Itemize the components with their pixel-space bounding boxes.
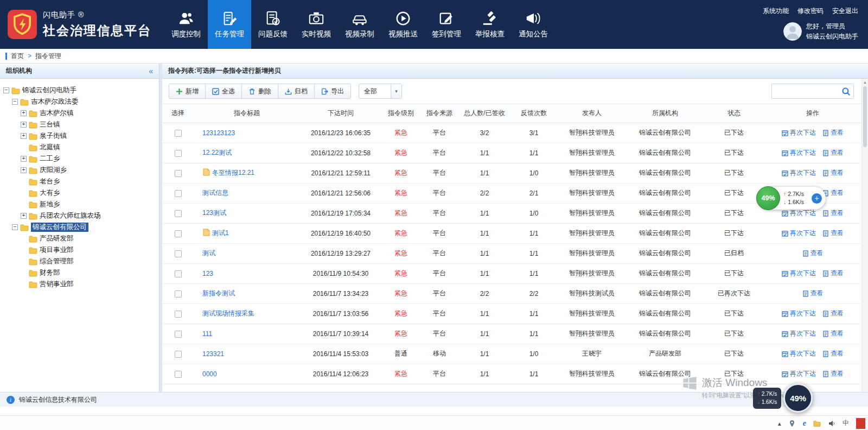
row-checkbox[interactable] (175, 230, 182, 237)
toolbar-plus-button[interactable]: 新增 (169, 84, 206, 99)
resend-button[interactable]: 再次下达 (782, 309, 816, 318)
collapse-icon[interactable]: − (3, 87, 9, 93)
nav-item-1[interactable]: 任务管理 (208, 0, 251, 49)
command-title-link[interactable]: 测试信息 (202, 189, 228, 197)
nav-item-2[interactable]: 问题反馈 (251, 0, 295, 49)
top-link-1[interactable]: 修改密码 (797, 7, 824, 16)
tree-node-9[interactable]: 大有乡 (3, 187, 156, 199)
command-title-link[interactable]: 冬至情报12.21 (212, 169, 254, 176)
view-button[interactable]: 查看 (802, 289, 824, 298)
tree-node-12[interactable]: −锦诚云创有限公司 (3, 222, 156, 233)
row-checkbox[interactable] (175, 371, 182, 378)
tree-node-17[interactable]: 营销事业部 (3, 279, 156, 290)
expand-icon[interactable]: + (21, 167, 27, 173)
resend-button[interactable]: 再次下达 (782, 148, 816, 157)
folder-taskbar-icon[interactable] (813, 420, 821, 427)
view-button[interactable]: 查看 (822, 229, 844, 238)
row-checkbox[interactable] (175, 351, 182, 358)
nav-item-4[interactable]: 视频录制 (338, 0, 381, 49)
scrollbar[interactable]: ▲ (861, 79, 868, 392)
toolbar-check-square-button[interactable]: 全选 (205, 84, 242, 99)
tree-node-5[interactable]: 北庭镇 (3, 142, 156, 153)
expand-icon[interactable]: + (21, 156, 27, 162)
avatar[interactable] (783, 22, 802, 41)
command-title-link[interactable]: 111 (202, 330, 212, 338)
nav-item-0[interactable]: 调度控制 (164, 0, 208, 49)
tree-node-0[interactable]: −锦诚云创闪电助手 (3, 85, 156, 96)
row-checkbox[interactable] (175, 311, 182, 318)
scroll-up-arrow-icon[interactable]: ▲ (862, 79, 868, 86)
nav-item-5[interactable]: 视频推送 (381, 0, 425, 49)
boost-plus-button[interactable]: + (812, 193, 822, 204)
command-title-link[interactable]: 测试1 (212, 229, 229, 237)
command-title-link[interactable]: 新指令测试 (202, 289, 235, 297)
filter-dropdown[interactable]: 全部 ▾ (359, 84, 402, 99)
resend-button[interactable]: 再次下达 (782, 269, 816, 278)
view-button[interactable]: 查看 (822, 148, 844, 157)
nav-item-3[interactable]: 实时视频 (295, 0, 338, 49)
expand-icon[interactable]: + (21, 213, 27, 219)
expand-icon[interactable]: + (21, 110, 27, 116)
top-link-2[interactable]: 安全退出 (832, 7, 858, 16)
tree-node-11[interactable]: +兵团农六师红旗农场 (3, 210, 156, 222)
net-speed-widget[interactable]: 49% ↑2.7K/s ↓1.6K/s + (757, 187, 826, 210)
view-button[interactable]: 查看 (822, 309, 844, 318)
tree-node-6[interactable]: +二工乡 (3, 153, 156, 165)
tree-node-2[interactable]: +吉木萨尔镇 (3, 108, 156, 119)
row-checkbox[interactable] (175, 290, 182, 298)
view-button[interactable]: 查看 (822, 168, 844, 178)
hidden-icons-caret[interactable]: ▴ (778, 420, 781, 427)
input-method-icon[interactable]: 中 (843, 419, 849, 428)
nav-item-8[interactable]: 通知公告 (512, 0, 555, 49)
search-icon[interactable] (841, 87, 851, 96)
view-button[interactable]: 查看 (822, 208, 844, 218)
resend-button[interactable]: 再次下达 (782, 208, 816, 218)
row-checkbox[interactable] (175, 210, 182, 217)
view-button[interactable]: 查看 (822, 128, 844, 137)
nav-item-7[interactable]: 举报核查 (468, 0, 512, 49)
row-checkbox[interactable] (175, 150, 182, 157)
tree-node-1[interactable]: −吉木萨尔政法委 (3, 96, 156, 108)
resend-button[interactable]: 再次下达 (782, 329, 816, 338)
tree-node-13[interactable]: 产品研发部 (3, 233, 156, 244)
pinned-app-red[interactable] (856, 418, 865, 429)
command-title-link[interactable]: 123 (202, 270, 213, 277)
tree-node-4[interactable]: +泉子街镇 (3, 130, 156, 142)
tree-node-3[interactable]: +三台镇 (3, 119, 156, 130)
toolbar-export-button[interactable]: 导出 (314, 84, 351, 99)
toolbar-archive-button[interactable]: 归档 (278, 84, 315, 99)
command-title-link[interactable]: 123测试 (202, 209, 226, 217)
net-speed-widget-bottom[interactable]: ↑ 2.7K/s ↓ 1.6K/s 49% (753, 383, 813, 413)
top-link-0[interactable]: 系统功能 (763, 7, 789, 16)
view-button[interactable]: 查看 (822, 269, 844, 278)
command-title-link[interactable]: 123321 (202, 350, 224, 358)
expand-icon[interactable]: + (21, 122, 27, 128)
collapse-sidebar-button[interactable]: « (149, 67, 153, 75)
row-checkbox[interactable] (175, 190, 182, 197)
nav-item-6[interactable]: 签到管理 (425, 0, 468, 49)
pin-icon[interactable] (788, 420, 796, 427)
command-title-link[interactable]: 12.22测试 (202, 149, 232, 156)
view-button[interactable]: 查看 (822, 329, 844, 338)
resend-button[interactable]: 再次下达 (782, 128, 816, 137)
row-checkbox[interactable] (175, 250, 182, 257)
row-checkbox[interactable] (175, 270, 182, 277)
tree-node-15[interactable]: 综合管理部 (3, 256, 156, 267)
chevron-down-icon[interactable]: ▾ (391, 84, 401, 98)
command-title-link[interactable]: 测试现场情报采集 (202, 309, 254, 317)
view-button[interactable]: 查看 (822, 369, 844, 378)
row-checkbox[interactable] (175, 331, 182, 338)
tree-node-7[interactable]: +庆阳湖乡 (3, 165, 156, 176)
command-title-link[interactable]: 123123123 (202, 129, 235, 137)
view-button[interactable]: 查看 (822, 349, 844, 358)
breadcrumb-home[interactable]: 首页 (11, 52, 24, 61)
row-checkbox[interactable] (175, 170, 182, 177)
command-title-link[interactable]: 测试 (202, 249, 215, 257)
resend-button[interactable]: 再次下达 (782, 168, 816, 178)
collapse-icon[interactable]: − (12, 99, 18, 105)
tree-node-16[interactable]: 财务部 (3, 267, 156, 279)
scrollbar-thumb[interactable] (863, 86, 867, 147)
collapse-icon[interactable]: − (12, 224, 18, 230)
resend-button[interactable]: 再次下达 (782, 349, 816, 358)
toolbar-trash-button[interactable]: 删除 (241, 84, 278, 99)
